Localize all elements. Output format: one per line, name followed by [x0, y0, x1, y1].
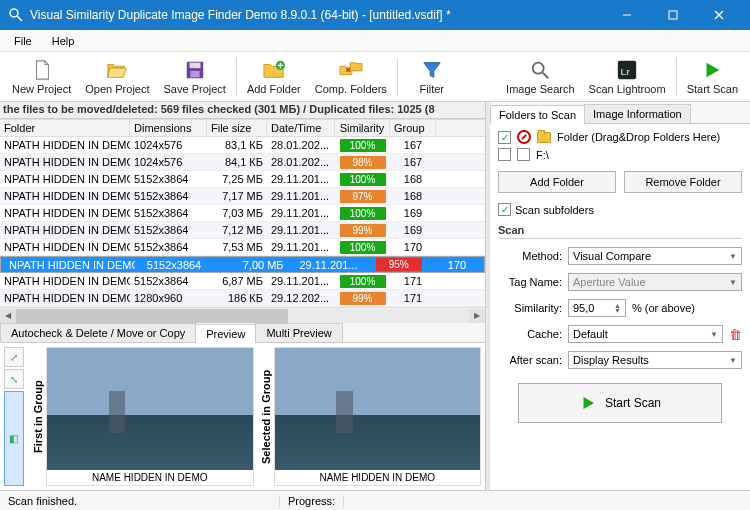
image-search-button[interactable]: Image Search — [500, 56, 580, 97]
folder-check[interactable]: ✓ — [498, 131, 511, 144]
scroll-right-button[interactable]: ▶ — [469, 309, 485, 323]
cell-dimensions: 5152x3864 — [130, 207, 207, 219]
scroll-left-button[interactable]: ◀ — [0, 309, 16, 323]
cell-date: 29.11.201... — [267, 241, 335, 253]
cell-size: 84,1 КБ — [207, 156, 267, 168]
cell-size: 7,53 МБ — [207, 241, 267, 253]
method-label: Method: — [498, 250, 562, 262]
after-scan-select[interactable]: Display Results▼ — [568, 351, 742, 369]
cell-group: 167 — [390, 156, 436, 168]
clear-cache-icon[interactable]: 🗑 — [729, 327, 742, 342]
save-project-button[interactable]: Save Project — [158, 56, 232, 97]
cell-similarity: 95% — [371, 258, 426, 271]
cell-group: 171 — [390, 292, 436, 304]
cell-group: 170 — [434, 259, 480, 271]
menu-help[interactable]: Help — [42, 33, 85, 49]
cell-folder: NPATH HIDDEN IN DEMO — [0, 190, 130, 202]
start-scan-button[interactable]: Start Scan — [518, 383, 722, 423]
compare-folders-icon — [339, 58, 363, 82]
zoom-fit-button[interactable]: ⤢ — [4, 347, 24, 367]
similarity-input[interactable]: 95,0▲▼ — [568, 299, 626, 317]
cache-select[interactable]: Default▼ — [568, 325, 723, 343]
exclude-icon[interactable] — [517, 130, 531, 144]
scan-summary: the files to be moved/deleted: 569 files… — [0, 102, 485, 119]
col-filesize[interactable]: File size — [207, 120, 267, 136]
table-row[interactable]: NPATH HIDDEN IN DEMO5152x38647,17 МБ29.1… — [0, 188, 485, 205]
add-folder-panel-button[interactable]: Add Folder — [498, 171, 616, 193]
scroll-track[interactable] — [16, 309, 469, 323]
zoom-mode-button[interactable]: ◧ — [4, 391, 24, 486]
grid-header: Folder Dimensions File size Date/Time Si… — [0, 119, 485, 137]
table-row[interactable]: NPATH HIDDEN IN DEMO1024x57684,1 КБ28.01… — [0, 154, 485, 171]
cell-folder: NPATH HIDDEN IN DEMO — [0, 275, 130, 287]
table-row[interactable]: NPATH HIDDEN IN DEMO5152x38647,12 МБ29.1… — [0, 222, 485, 239]
minimize-button[interactable] — [604, 0, 650, 30]
results-grid: Folder Dimensions File size Date/Time Si… — [0, 119, 485, 307]
scan-lightroom-button[interactable]: Lr Scan Lightroom — [583, 56, 672, 97]
table-row[interactable]: NPATH HIDDEN IN DEMO5152x38647,25 МБ29.1… — [0, 171, 485, 188]
toolbar: New Project Open Project Save Project Ad… — [0, 52, 750, 102]
scroll-thumb[interactable] — [16, 309, 288, 323]
cell-folder: NPATH HIDDEN IN DEMO — [0, 173, 130, 185]
folder-exclude-check[interactable] — [517, 148, 530, 161]
cell-size: 7,12 МБ — [207, 224, 267, 236]
maximize-button[interactable] — [650, 0, 696, 30]
col-datetime[interactable]: Date/Time — [267, 120, 335, 136]
tab-image-information[interactable]: Image Information — [584, 104, 691, 123]
cell-size: 186 КБ — [207, 292, 267, 304]
left-pane: the files to be moved/deleted: 569 files… — [0, 102, 486, 490]
tab-folders-to-scan[interactable]: Folders to Scan — [490, 105, 585, 124]
start-scan-toolbar-button[interactable]: Start Scan — [681, 56, 744, 97]
open-project-button[interactable]: Open Project — [79, 56, 155, 97]
cell-folder: NPATH HIDDEN IN DEMO — [0, 156, 130, 168]
svg-point-0 — [10, 9, 18, 17]
cell-similarity: 98% — [335, 156, 390, 169]
compare-folders-button[interactable]: Comp. Folders — [309, 56, 393, 97]
add-folder-button[interactable]: Add Folder — [241, 56, 307, 97]
col-group[interactable]: Group — [390, 120, 436, 136]
first-image[interactable]: NAME HIDDEN IN DEMO — [46, 347, 254, 486]
svg-text:Lr: Lr — [621, 67, 631, 77]
cell-date: 29.11.201... — [267, 207, 335, 219]
horizontal-scrollbar[interactable]: ◀ ▶ — [0, 307, 485, 323]
selected-image[interactable]: NAME HIDDEN IN DEMO — [274, 347, 482, 486]
table-row[interactable]: NPATH HIDDEN IN DEMO5152x38647,03 МБ29.1… — [0, 205, 485, 222]
method-select[interactable]: Visual Compare▼ — [568, 247, 742, 265]
table-row[interactable]: NPATH HIDDEN IN DEMO5152x38647,00 МБ29.1… — [0, 256, 485, 273]
zoom-actual-button[interactable]: ⤡ — [4, 369, 24, 389]
folder-check[interactable] — [498, 148, 511, 161]
menu-file[interactable]: File — [4, 33, 42, 49]
status-text: Scan finished. — [0, 495, 280, 507]
spinner-icon[interactable]: ▲▼ — [614, 303, 621, 313]
cell-date: 29.11.201... — [267, 173, 335, 185]
cell-date: 29.12.202... — [267, 292, 335, 304]
col-similarity[interactable]: Similarity — [335, 120, 390, 136]
filter-button[interactable]: Filter — [402, 56, 462, 97]
filter-icon — [420, 58, 444, 82]
tab-preview[interactable]: Preview — [195, 324, 256, 343]
scan-subfolders-checkbox[interactable]: ✓ Scan subfolders — [498, 203, 742, 216]
folder-row[interactable]: F:\ — [498, 148, 742, 161]
cell-folder: NPATH HIDDEN IN DEMO — [0, 292, 130, 304]
table-row[interactable]: NPATH HIDDEN IN DEMO5152x38647,53 МБ29.1… — [0, 239, 485, 256]
after-scan-label: After scan: — [498, 354, 562, 366]
tab-autocheck[interactable]: Autocheck & Delete / Move or Copy — [0, 323, 196, 342]
remove-folder-button[interactable]: Remove Folder — [624, 171, 742, 193]
table-row[interactable]: NPATH HIDDEN IN DEMO5152x38646,87 МБ29.1… — [0, 273, 485, 290]
close-button[interactable] — [696, 0, 742, 30]
table-row[interactable]: NPATH HIDDEN IN DEMO1024x57683,1 КБ28.01… — [0, 137, 485, 154]
menubar: File Help — [0, 30, 750, 52]
cell-date: 29.11.201... — [267, 275, 335, 287]
first-in-group-label: First in Group — [30, 347, 46, 486]
cell-dimensions: 5152x3864 — [143, 259, 220, 271]
cell-size: 7,25 МБ — [207, 173, 267, 185]
col-folder[interactable]: Folder — [0, 120, 130, 136]
new-project-button[interactable]: New Project — [6, 56, 77, 97]
svg-line-11 — [543, 73, 549, 79]
cell-dimensions: 5152x3864 — [130, 224, 207, 236]
col-dimensions[interactable]: Dimensions — [130, 120, 207, 136]
table-row[interactable]: NPATH HIDDEN IN DEMO1280x960186 КБ29.12.… — [0, 290, 485, 307]
tab-multipreview[interactable]: Multi Preview — [255, 323, 342, 342]
cell-folder: NPATH HIDDEN IN DEMO — [0, 241, 130, 253]
cell-dimensions: 1024x576 — [130, 139, 207, 151]
